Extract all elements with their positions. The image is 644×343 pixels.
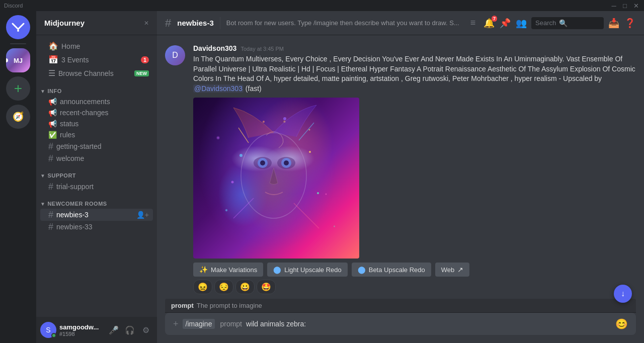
server-icon-midjourney[interactable]: MJ <box>6 48 30 72</box>
new-badge: NEW <box>134 70 149 76</box>
server-discover-button[interactable]: 🧭 <box>6 105 30 129</box>
svg-point-6 <box>260 160 265 165</box>
user-settings-button[interactable]: ⚙ <box>139 323 153 337</box>
maximize-button[interactable]: □ <box>621 2 629 10</box>
window-controls: ─ □ ✕ <box>610 2 640 10</box>
action-buttons: ✨ Make Variations ⬤ Light Upscale Redo ⬤… <box>193 263 636 277</box>
hash-icon: # <box>48 142 53 151</box>
message-avatar: D <box>165 45 185 65</box>
channel-trial-support[interactable]: # trial-support <box>40 181 153 193</box>
notification-bell-icon[interactable]: 🔔 7 <box>483 18 495 29</box>
channel-newbies-3[interactable]: # newbies-3 👤+ <box>40 209 153 221</box>
emoji-picker-button[interactable]: 😊 <box>615 318 628 330</box>
reaction-grimace[interactable]: 😖 <box>193 280 212 294</box>
make-variations-button[interactable]: ✨ Make Variations <box>193 263 263 277</box>
server-title: Midjourney <box>44 19 144 27</box>
search-bar[interactable]: Search 🔍 <box>531 17 604 29</box>
mute-microphone-button[interactable]: 🎤 <box>107 323 121 337</box>
web-button[interactable]: Web ↗ <box>435 263 470 277</box>
beta-upscale-label: Beta Upscale Redo <box>369 266 425 274</box>
message-input[interactable] <box>246 320 611 328</box>
channel-status[interactable]: 📢 status <box>40 118 153 129</box>
reaction-grinning[interactable]: 😀 <box>235 280 255 294</box>
channel-recent-changes[interactable]: 📢 recent-changes <box>40 107 153 118</box>
user-discriminator: #1598 <box>59 331 104 337</box>
channel-welcome[interactable]: # welcome <box>40 152 153 164</box>
message-mention[interactable]: @Davidson303 <box>193 84 244 93</box>
light-upscale-label: Light Upscale Redo <box>284 266 341 274</box>
beta-upscale-redo-button[interactable]: ⬤ Beta Upscale Redo <box>352 263 431 277</box>
face-svg <box>193 98 359 259</box>
help-icon[interactable]: ❓ <box>624 18 636 29</box>
attach-file-icon[interactable]: + <box>173 319 179 329</box>
channel-header: # newbies-3 Bot room for new users. Type… <box>157 11 644 35</box>
titlebar: Discord ─ □ ✕ <box>0 0 644 11</box>
user-info: samgoodw... #1598 <box>59 323 104 337</box>
megaphone-icon: 📢 <box>48 98 57 105</box>
sidebar-home-label: Home <box>61 42 149 50</box>
prompt-area: prompt The prompt to imagine <box>157 295 644 313</box>
hash-icon: # <box>48 210 53 219</box>
sidebar-events-label: 3 Events <box>61 56 138 64</box>
input-area: + /imagine prompt 😊 <box>157 313 644 343</box>
megaphone-icon: 📢 <box>48 109 57 116</box>
titlebar-title: Discord <box>4 3 23 9</box>
sidebar-item-browse-channels[interactable]: ☰ Browse Channels NEW <box>40 66 153 80</box>
prompt-value: The prompt to imagine <box>197 302 262 309</box>
inbox-icon[interactable]: 📥 <box>608 18 620 29</box>
pin-icon[interactable]: 📌 <box>499 18 511 29</box>
light-upscale-redo-button[interactable]: ⬤ Light Upscale Redo <box>267 263 347 277</box>
channel-getting-started[interactable]: # getting-started <box>40 140 153 152</box>
prompt-field-label: prompt <box>220 320 242 328</box>
user-area: S samgoodw... #1598 🎤 🎧 ⚙ <box>36 317 157 343</box>
browse-channels-icon: ☰ <box>48 68 55 78</box>
sidebar-item-home[interactable]: 🏠 Home <box>40 39 153 53</box>
svg-point-13 <box>309 151 311 153</box>
scroll-to-bottom-button[interactable]: ↓ <box>614 285 632 303</box>
beta-upscale-icon: ⬤ <box>358 266 366 274</box>
reaction-star-struck[interactable]: 🤩 <box>257 280 276 294</box>
server-icon-home[interactable] <box>6 15 30 39</box>
messages-area[interactable]: D Davidson303 Today at 3:45 PM In The Qu… <box>157 35 644 295</box>
reaction-disappointed[interactable]: 😔 <box>214 280 233 294</box>
browse-channels-label: Browse Channels <box>58 69 131 77</box>
category-support[interactable]: ▼ SUPPORT <box>36 164 157 181</box>
hash-icon: # <box>48 222 53 231</box>
channel-name-status: status <box>60 120 149 128</box>
message-text: In The Quantum Multiverses, Every Choice… <box>193 54 636 94</box>
members-icon[interactable]: 👥 <box>515 18 527 29</box>
close-button[interactable]: ✕ <box>632 2 640 10</box>
message-timestamp: Today at 3:45 PM <box>240 46 284 52</box>
channel-rules[interactable]: ✅ rules <box>40 129 153 140</box>
search-icon: 🔍 <box>559 19 568 27</box>
channel-name-recent-changes: recent-changes <box>60 109 149 117</box>
category-info-label: INFO <box>47 88 61 94</box>
sidebar-item-events[interactable]: 📅 3 Events 1 <box>40 53 153 66</box>
server-list-divider <box>10 43 26 44</box>
server-add-button[interactable]: + <box>6 76 30 101</box>
megaphone-icon: 📢 <box>48 120 57 127</box>
deafen-headphones-button[interactable]: 🎧 <box>123 323 137 337</box>
category-info[interactable]: ▼ INFO <box>36 80 157 96</box>
svg-point-16 <box>263 121 265 123</box>
server-list: MJ + 🧭 <box>0 11 36 343</box>
category-support-label: SUPPORT <box>47 173 76 179</box>
server-active-indicator <box>6 58 8 62</box>
threads-icon[interactable]: ≡ <box>467 18 479 28</box>
reaction-buttons: 😖 😔 😀 🤩 <box>193 280 636 294</box>
minimize-button[interactable]: ─ <box>610 2 618 10</box>
channel-newbies-33[interactable]: # newbies-33 <box>40 221 153 233</box>
external-link-icon: ↗ <box>457 266 463 274</box>
channel-header-name: newbies-3 <box>177 19 214 27</box>
category-newcomer-label: NEWCOMER ROOMS <box>47 201 107 207</box>
hash-icon: # <box>48 182 53 191</box>
svg-line-10 <box>233 198 254 218</box>
slash-command-label: /imagine <box>186 320 212 328</box>
svg-line-11 <box>294 203 319 228</box>
server-name-header[interactable]: Midjourney ✕ <box>36 11 157 35</box>
svg-point-0 <box>17 30 19 32</box>
channel-announcements[interactable]: 📢 announcements <box>40 96 153 107</box>
header-divider <box>220 17 220 29</box>
message-image <box>193 98 374 259</box>
category-newcomer-rooms[interactable]: ▼ NEWCOMER ROOMS <box>36 193 157 209</box>
